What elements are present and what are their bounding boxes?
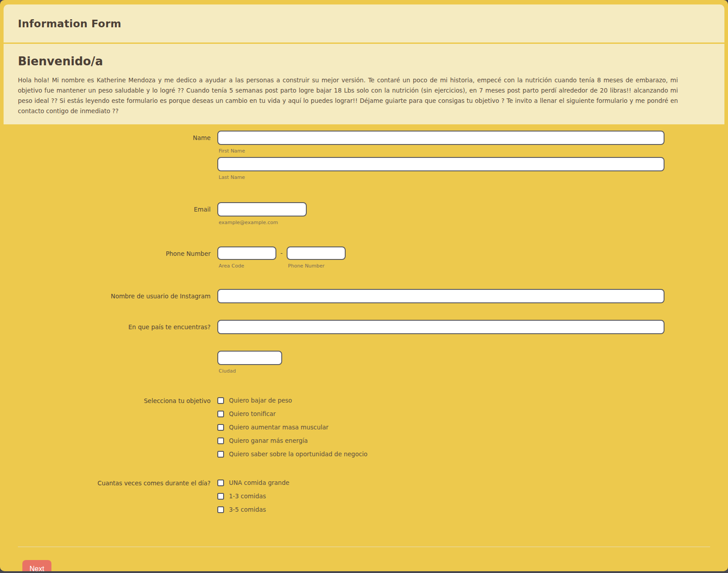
meals-option-row[interactable]: 1-3 comidas: [217, 492, 289, 500]
instagram-input[interactable]: [217, 289, 665, 303]
objective-option-label: Quiero ganar más energía: [229, 437, 308, 444]
field-label-instagram: Nombre de usuario de Instagram: [0, 289, 211, 300]
meals-options: UNA comida grande 1-3 comidas 3-5 comida…: [217, 479, 289, 513]
field-phone: Phone Number Area Code - Phone Number: [0, 246, 728, 272]
meals-checkbox-2[interactable]: [217, 493, 224, 500]
meals-option-label: UNA comida grande: [229, 479, 289, 486]
first-name-sublabel: First Name: [219, 149, 665, 153]
objective-option-row[interactable]: Quiero aumentar masa muscular: [217, 424, 368, 431]
form-header: Information Form: [4, 4, 724, 42]
field-label-objective: Selecciona tu objetivo: [0, 397, 211, 404]
last-name-input[interactable]: [217, 157, 665, 171]
field-label-meals: Cuantas veces comes durante el día?: [0, 479, 211, 487]
welcome-paragraph: Hola hola! Mi nombre es Katherine Mendoz…: [18, 75, 710, 116]
objective-option-row[interactable]: Quiero tonificar: [217, 410, 368, 417]
field-label-phone: Phone Number: [0, 246, 211, 257]
welcome-section: Bienvenido/a Hola hola! Mi nombre es Kat…: [4, 44, 724, 124]
field-objective: Selecciona tu objetivo Quiero bajar de p…: [0, 397, 728, 458]
meals-option-row[interactable]: 3-5 comidas: [217, 506, 289, 513]
objective-checkbox-4[interactable]: [217, 437, 224, 444]
city-input[interactable]: [217, 351, 282, 365]
first-name-input[interactable]: [217, 131, 665, 145]
objective-options: Quiero bajar de peso Quiero tonificar Qu…: [217, 397, 368, 458]
area-code-group: Area Code: [217, 246, 276, 272]
meals-option-label: 3-5 comidas: [229, 506, 266, 513]
objective-checkbox-3[interactable]: [217, 424, 224, 431]
phone-number-group: Phone Number: [287, 246, 346, 272]
city-sublabel: Ciudad: [219, 369, 665, 374]
objective-option-row[interactable]: Quiero saber sobre la oportunidad de neg…: [217, 450, 368, 458]
phone-number-input[interactable]: [287, 246, 346, 260]
next-button[interactable]: Next: [22, 560, 51, 571]
last-name-sublabel: Last Name: [219, 175, 665, 180]
meals-checkbox-1[interactable]: [217, 480, 224, 486]
field-label-name: Name: [0, 131, 211, 141]
objective-checkbox-2[interactable]: [217, 411, 224, 417]
area-code-sublabel: Area Code: [219, 263, 276, 268]
form-body: Name First Name Last Name Email example@…: [0, 124, 728, 571]
page-title: Information Form: [18, 18, 121, 30]
objective-option-label: Quiero aumentar masa muscular: [229, 424, 329, 431]
field-name: Name First Name Last Name: [0, 131, 728, 183]
email-sublabel: example@example.com: [219, 220, 307, 225]
welcome-heading: Bienvenido/a: [18, 55, 710, 68]
footer: Next: [22, 560, 728, 571]
objective-checkbox-1[interactable]: [217, 397, 224, 404]
field-email: Email example@example.com: [0, 202, 728, 229]
objective-option-label: Quiero bajar de peso: [229, 397, 292, 404]
objective-option-label: Quiero tonificar: [229, 410, 276, 417]
meals-option-row[interactable]: UNA comida grande: [217, 479, 289, 486]
footer-divider: [18, 547, 710, 547]
phone-separator: -: [280, 246, 283, 257]
form-card: Information Form Bienvenido/a Hola hola!…: [0, 0, 728, 571]
phone-number-sublabel: Phone Number: [288, 263, 346, 268]
country-input[interactable]: [217, 320, 665, 334]
field-country: En que país te encuentras? Ciudad: [0, 320, 728, 377]
objective-checkbox-5[interactable]: [217, 451, 224, 458]
email-input[interactable]: [217, 202, 307, 216]
field-label-country: En que país te encuentras?: [0, 320, 211, 331]
meals-checkbox-3[interactable]: [217, 506, 224, 513]
field-meals: Cuantas veces comes durante el día? UNA …: [0, 479, 728, 513]
objective-option-row[interactable]: Quiero ganar más energía: [217, 437, 368, 444]
meals-option-label: 1-3 comidas: [229, 492, 266, 500]
field-label-email: Email: [0, 202, 211, 213]
objective-option-row[interactable]: Quiero bajar de peso: [217, 397, 368, 404]
objective-option-label: Quiero saber sobre la oportunidad de neg…: [229, 450, 368, 458]
area-code-input[interactable]: [217, 246, 276, 260]
field-instagram: Nombre de usuario de Instagram: [0, 289, 728, 303]
